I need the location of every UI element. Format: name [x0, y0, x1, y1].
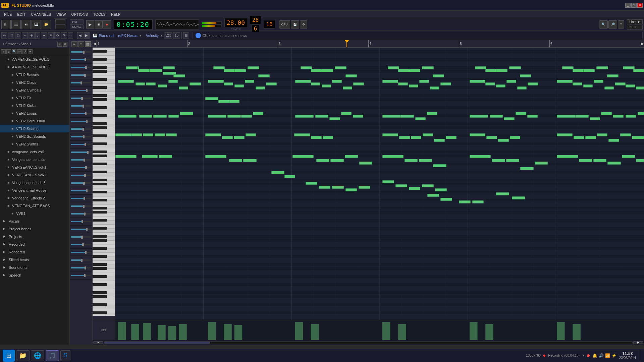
- close-button[interactable]: ✕: [637, 3, 643, 8]
- note[interactable]: [229, 159, 242, 162]
- note[interactable]: [411, 136, 422, 139]
- note[interactable]: [486, 136, 497, 139]
- browser-item-speech[interactable]: ▶ Speech: [0, 271, 69, 279]
- pr-instrument-selector[interactable]: reFX Nexus: [118, 34, 138, 38]
- note[interactable]: [248, 66, 259, 69]
- browser-item-aa-vol2[interactable]: ■ AA VENGE..SE VOL.2: [0, 63, 69, 71]
- menu-channels[interactable]: CHANNELS: [28, 12, 54, 17]
- note[interactable]: [294, 133, 310, 136]
- detuning-tool[interactable]: ♪: [35, 32, 40, 39]
- note[interactable]: [139, 115, 152, 118]
- note[interactable]: [585, 136, 596, 139]
- note[interactable]: [284, 175, 295, 178]
- note[interactable]: [527, 115, 538, 118]
- note[interactable]: [632, 136, 644, 139]
- channel-volume-slider[interactable]: [71, 198, 91, 199]
- note[interactable]: [173, 74, 185, 77]
- channel-rack-button[interactable]: [11, 20, 21, 29]
- note[interactable]: [359, 186, 370, 189]
- note[interactable]: [427, 112, 437, 115]
- scroll-left-arrow[interactable]: ◀: [93, 40, 97, 48]
- note[interactable]: [311, 69, 323, 72]
- note[interactable]: [520, 74, 532, 77]
- note[interactable]: [608, 139, 619, 142]
- note[interactable]: [224, 82, 233, 85]
- note[interactable]: [593, 159, 606, 162]
- note[interactable]: [607, 74, 619, 77]
- note[interactable]: [415, 117, 426, 120]
- line-dropdown[interactable]: Line ▼: [627, 19, 643, 24]
- note[interactable]: [430, 86, 439, 89]
- note[interactable]: [626, 115, 636, 118]
- channel-volume-slider[interactable]: [71, 67, 91, 68]
- channel-volume-slider[interactable]: [71, 229, 91, 230]
- channel-volume-slider[interactable]: [71, 213, 91, 215]
- browser-item-vengeanc-sounds3[interactable]: ■ Vengeanc..sounds 3: [0, 179, 69, 186]
- note[interactable]: [146, 82, 155, 85]
- channel-strip-btn3[interactable]: ▤: [85, 41, 91, 47]
- note[interactable]: [470, 133, 485, 136]
- channel-volume-slider[interactable]: [71, 74, 91, 76]
- note[interactable]: [345, 74, 357, 77]
- note[interactable]: [435, 188, 447, 191]
- note[interactable]: [179, 86, 188, 89]
- mixer-button[interactable]: [1, 20, 11, 29]
- browser-button[interactable]: 📂: [42, 20, 51, 29]
- note[interactable]: [594, 80, 603, 83]
- nav-right-button[interactable]: ▶: [84, 32, 90, 39]
- nav-left-button[interactable]: ◀: [77, 32, 83, 39]
- minimize-button[interactable]: _: [625, 3, 631, 8]
- stop-button[interactable]: ■: [95, 20, 103, 28]
- channel-volume-slider[interactable]: [71, 175, 91, 176]
- note[interactable]: [323, 136, 333, 139]
- note[interactable]: [470, 80, 485, 83]
- recording-time-dropdown[interactable]: ▼: [582, 354, 585, 357]
- channel-strip-btn2[interactable]: □: [78, 41, 84, 47]
- note[interactable]: [433, 164, 446, 167]
- browser-refresh-button[interactable]: ↺: [22, 49, 27, 54]
- browser-item-vocals[interactable]: ▶ Vocals: [0, 217, 69, 225]
- channel-volume-slider[interactable]: [71, 121, 91, 122]
- taskbar-chrome[interactable]: 🌐: [31, 350, 44, 361]
- note[interactable]: [557, 80, 573, 83]
- channel-volume-slider[interactable]: [71, 167, 91, 168]
- piano-roll-button[interactable]: 🎹: [32, 20, 41, 29]
- note[interactable]: [234, 69, 246, 72]
- note[interactable]: [234, 84, 244, 87]
- note[interactable]: [158, 84, 167, 87]
- note[interactable]: [166, 133, 177, 136]
- note[interactable]: [316, 159, 329, 162]
- note[interactable]: [163, 66, 175, 69]
- note[interactable]: [422, 184, 434, 187]
- pat-button[interactable]: PAT: [70, 19, 84, 24]
- note[interactable]: [405, 159, 418, 162]
- note[interactable]: [395, 184, 407, 187]
- browser-close-button[interactable]: ✕: [63, 42, 67, 47]
- menu-options[interactable]: OPTIONS: [68, 12, 91, 17]
- note[interactable]: [434, 139, 445, 142]
- note[interactable]: [205, 155, 226, 158]
- note[interactable]: [345, 188, 357, 191]
- note[interactable]: [459, 200, 471, 203]
- note[interactable]: [301, 66, 312, 69]
- note[interactable]: [512, 196, 525, 199]
- magic-tool[interactable]: ✦: [41, 32, 47, 39]
- note[interactable]: [398, 82, 408, 85]
- browser-menu-button[interactable]: ≡: [57, 42, 62, 47]
- note[interactable]: [345, 155, 358, 158]
- browser-item-rendered[interactable]: ▶ Rendered: [0, 248, 69, 256]
- note[interactable]: [131, 133, 142, 136]
- note[interactable]: [343, 86, 352, 89]
- note[interactable]: [446, 136, 457, 139]
- draw-tool[interactable]: ✏: [1, 32, 7, 39]
- note[interactable]: [234, 136, 245, 139]
- erase-tool[interactable]: ◻: [15, 32, 21, 39]
- note[interactable]: [475, 66, 487, 69]
- horizontal-scrollbar[interactable]: ◀ ▶: [93, 340, 644, 345]
- note[interactable]: [256, 86, 265, 89]
- note[interactable]: [419, 80, 429, 83]
- scroll-right-arrow[interactable]: ▶: [640, 40, 644, 48]
- channel-volume-slider[interactable]: [71, 221, 91, 222]
- news-bar[interactable]: i Click to enable online news: [193, 32, 643, 39]
- note[interactable]: [353, 115, 364, 118]
